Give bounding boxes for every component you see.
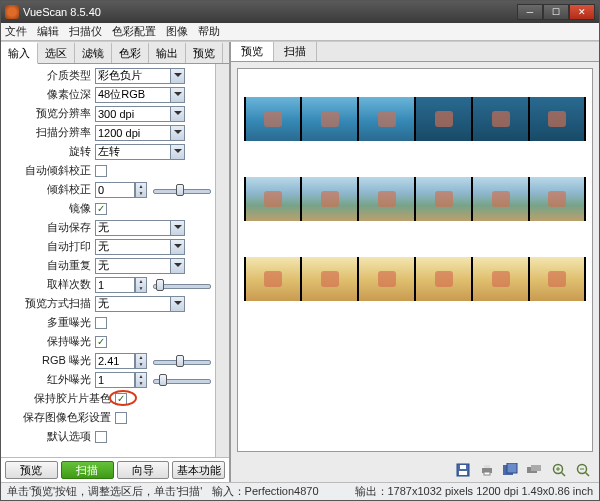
save-icon[interactable] bbox=[453, 461, 473, 479]
tab-crop[interactable]: 选区 bbox=[38, 42, 75, 63]
print-icon[interactable] bbox=[477, 461, 497, 479]
film-frame bbox=[244, 97, 301, 141]
previewres-label: 预览分辨率 bbox=[5, 106, 95, 121]
previewres-select[interactable]: 300 dpi bbox=[95, 106, 185, 122]
preview-area[interactable] bbox=[237, 68, 593, 452]
rtab-scan[interactable]: 扫描 bbox=[274, 42, 317, 61]
presbase-check[interactable] bbox=[115, 393, 127, 405]
irexp-spin[interactable]: ▲▼ bbox=[135, 372, 147, 388]
menu-scanner[interactable]: 扫描仪 bbox=[69, 24, 102, 39]
film-frame bbox=[415, 97, 472, 141]
film-strip-2 bbox=[244, 177, 586, 221]
savecolor-check[interactable] bbox=[115, 412, 127, 424]
content: 输入 选区 滤镜 色彩 输出 预览 介质类型彩色负片 像素位深48位RGB 预览… bbox=[1, 41, 599, 482]
deskew-spin[interactable]: ▲▼ bbox=[135, 182, 147, 198]
menu-edit[interactable]: 编辑 bbox=[37, 24, 59, 39]
film-strip-1 bbox=[244, 97, 586, 141]
titlebar: VueScan 8.5.40 ─ ☐ ✕ bbox=[1, 1, 599, 23]
autodeskew-check[interactable] bbox=[95, 165, 107, 177]
defaultopt-label: 默认选项 bbox=[5, 429, 95, 444]
menu-color[interactable]: 色彩配置 bbox=[112, 24, 156, 39]
autorepeat-select[interactable]: 无 bbox=[95, 258, 185, 274]
rgbexp-spin[interactable]: ▲▼ bbox=[135, 353, 147, 369]
presexp-label: 保持曝光 bbox=[5, 334, 95, 349]
right-tabs: 预览 扫描 bbox=[231, 42, 599, 62]
zoom-out-icon[interactable] bbox=[573, 461, 593, 479]
film-frame bbox=[358, 97, 415, 141]
status-help: 单击'预览'按钮，调整选区后，单击'扫描' bbox=[7, 485, 202, 497]
left-buttons: 预览 扫描 向导 基本功能 bbox=[1, 457, 229, 482]
svg-rect-2 bbox=[460, 465, 466, 469]
options-scrollbar[interactable] bbox=[215, 64, 229, 457]
film-frame bbox=[472, 257, 529, 301]
bitdepth-label: 像素位深 bbox=[5, 87, 95, 102]
deskew-slider[interactable] bbox=[153, 183, 211, 197]
multiexp-check[interactable] bbox=[95, 317, 107, 329]
samples-slider[interactable] bbox=[153, 278, 211, 292]
deskew-input[interactable]: 0 bbox=[95, 182, 135, 198]
rotate-label: 旋转 bbox=[5, 144, 95, 159]
menu-file[interactable]: 文件 bbox=[5, 24, 27, 39]
autodeskew-label: 自动倾斜校正 bbox=[5, 163, 95, 178]
save-all-icon[interactable] bbox=[501, 461, 521, 479]
film-frame bbox=[244, 257, 301, 301]
bitdepth-select[interactable]: 48位RGB bbox=[95, 87, 185, 103]
menu-image[interactable]: 图像 bbox=[166, 24, 188, 39]
scan-button[interactable]: 扫描 bbox=[61, 461, 114, 479]
print-all-icon[interactable] bbox=[525, 461, 545, 479]
tab-prefs[interactable]: 预览 bbox=[186, 42, 223, 63]
previewscan-label: 预览方式扫描 bbox=[5, 296, 95, 311]
preview-button[interactable]: 预览 bbox=[5, 461, 58, 479]
menu-help[interactable]: 帮助 bbox=[198, 24, 220, 39]
irexp-slider[interactable] bbox=[153, 373, 211, 387]
autoprint-label: 自动打印 bbox=[5, 239, 95, 254]
tab-filter[interactable]: 滤镜 bbox=[75, 42, 112, 63]
media-type-select[interactable]: 彩色负片 bbox=[95, 68, 185, 84]
samples-label: 取样次数 bbox=[5, 277, 95, 292]
film-frame bbox=[301, 97, 358, 141]
presbase-label: 保持胶片片基色 bbox=[5, 391, 115, 406]
savecolor-label: 保存图像色彩设置 bbox=[5, 410, 115, 425]
guide-button[interactable]: 向导 bbox=[117, 461, 170, 479]
film-frame bbox=[358, 257, 415, 301]
film-frame bbox=[529, 97, 586, 141]
presexp-check[interactable] bbox=[95, 336, 107, 348]
multiexp-label: 多重曝光 bbox=[5, 315, 95, 330]
rtab-preview[interactable]: 预览 bbox=[231, 42, 274, 61]
statusbar: 单击'预览'按钮，调整选区后，单击'扫描' 输入：Perfection4870 … bbox=[1, 482, 599, 500]
film-frame bbox=[415, 177, 472, 221]
film-frame bbox=[472, 177, 529, 221]
autosave-select[interactable]: 无 bbox=[95, 220, 185, 236]
film-frame bbox=[415, 257, 472, 301]
film-frame bbox=[529, 257, 586, 301]
mirror-label: 镜像 bbox=[5, 201, 95, 216]
basic-button[interactable]: 基本功能 bbox=[172, 461, 225, 479]
app-icon bbox=[5, 5, 19, 19]
defaultopt-check[interactable] bbox=[95, 431, 107, 443]
film-frame bbox=[244, 177, 301, 221]
samples-spin[interactable]: ▲▼ bbox=[135, 277, 147, 293]
mirror-check[interactable] bbox=[95, 203, 107, 215]
close-button[interactable]: ✕ bbox=[569, 4, 595, 20]
svg-rect-1 bbox=[459, 471, 467, 475]
rotate-select[interactable]: 左转 bbox=[95, 144, 185, 160]
rgbexp-slider[interactable] bbox=[153, 354, 211, 368]
rgbexp-input[interactable]: 2.41 bbox=[95, 353, 135, 369]
tab-input[interactable]: 输入 bbox=[1, 42, 38, 64]
irexp-input[interactable]: 1 bbox=[95, 372, 135, 388]
tab-color[interactable]: 色彩 bbox=[112, 42, 149, 63]
autoprint-select[interactable]: 无 bbox=[95, 239, 185, 255]
maximize-button[interactable]: ☐ bbox=[543, 4, 569, 20]
options-panel: 介质类型彩色负片 像素位深48位RGB 预览分辨率300 dpi 扫描分辨率12… bbox=[1, 64, 215, 457]
samples-input[interactable]: 1 bbox=[95, 277, 135, 293]
zoom-in-icon[interactable] bbox=[549, 461, 569, 479]
minimize-button[interactable]: ─ bbox=[517, 4, 543, 20]
tab-output[interactable]: 输出 bbox=[149, 42, 186, 63]
app-window: VueScan 8.5.40 ─ ☐ ✕ 文件 编辑 扫描仪 色彩配置 图像 帮… bbox=[0, 0, 600, 501]
previewscan-select[interactable]: 无 bbox=[95, 296, 185, 312]
irexp-label: 红外曝光 bbox=[5, 372, 95, 387]
scanres-label: 扫描分辨率 bbox=[5, 125, 95, 140]
film-frame bbox=[358, 177, 415, 221]
scanres-select[interactable]: 1200 dpi bbox=[95, 125, 185, 141]
svg-rect-7 bbox=[507, 463, 517, 473]
